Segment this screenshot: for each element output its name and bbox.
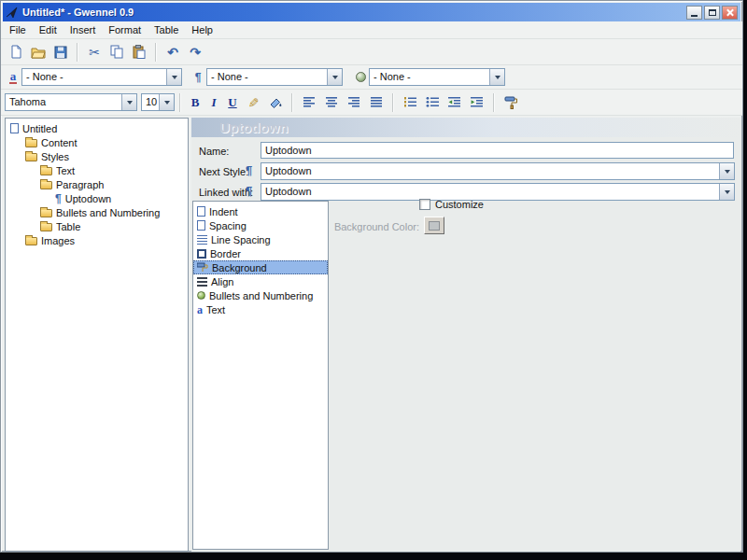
- font-family-combo[interactable]: Tahoma: [5, 93, 137, 111]
- fill-button[interactable]: [264, 91, 287, 114]
- category-line-spacing[interactable]: Line Spacing: [193, 232, 328, 246]
- list-style-combo[interactable]: - None -: [369, 68, 505, 86]
- minimize-icon: [691, 15, 698, 17]
- category-border[interactable]: Border: [193, 246, 328, 260]
- pen-button[interactable]: [242, 91, 264, 114]
- category-background[interactable]: Background: [193, 260, 328, 274]
- copy-button[interactable]: [106, 41, 128, 63]
- font-size-combo[interactable]: 10: [141, 93, 175, 111]
- color-swatch-fill: [429, 221, 440, 231]
- letter-a-icon: a: [9, 70, 18, 84]
- tree-item-content[interactable]: Content: [6, 135, 188, 149]
- background-color-swatch-button[interactable]: [424, 217, 444, 234]
- menu-edit[interactable]: Edit: [33, 22, 63, 37]
- combo-arrow-button[interactable]: [719, 163, 734, 179]
- spacing-icon: [197, 220, 205, 231]
- document-tree-panel: Untitled Content Styles Text Paragraph ¶…: [5, 118, 189, 552]
- align-left-icon: [303, 97, 316, 107]
- application-window: Untitled* - Gwennel 0.9 File Edit Insert…: [0, 0, 743, 553]
- close-button[interactable]: [722, 6, 738, 20]
- close-icon: [726, 8, 734, 17]
- increase-indent-button[interactable]: [466, 91, 488, 114]
- menu-insert[interactable]: Insert: [63, 22, 103, 37]
- paragraph-style-icon: ¶: [190, 66, 206, 89]
- format-painter-button[interactable]: [500, 91, 522, 114]
- list-style-icon: [352, 66, 369, 89]
- align-center-button[interactable]: [320, 91, 343, 114]
- menu-help[interactable]: Help: [185, 22, 219, 37]
- tree-item-images[interactable]: Images: [6, 233, 188, 247]
- style-editor-panel: Uptodown Name: Next Style: ¶ Uptodown Li…: [191, 118, 740, 552]
- format-painter-roller-icon: [504, 95, 518, 109]
- redo-button[interactable]: [184, 41, 206, 63]
- character-style-combo[interactable]: - None -: [21, 68, 182, 86]
- category-label: Border: [210, 248, 241, 259]
- combo-arrow-button[interactable]: [489, 69, 504, 85]
- content-area: Untitled Content Styles Text Paragraph ¶…: [1, 116, 742, 555]
- menu-table[interactable]: Table: [148, 22, 185, 37]
- pilcrow-icon: ¶: [246, 183, 252, 200]
- sphere-icon: [356, 72, 366, 82]
- menu-format[interactable]: Format: [102, 22, 148, 37]
- category-indent[interactable]: Indent: [193, 204, 328, 218]
- line-spacing-icon: [197, 235, 207, 245]
- combo-arrow-button[interactable]: [121, 94, 136, 110]
- italic-button[interactable]: I: [204, 91, 223, 114]
- category-label: Bullets and Numbering: [209, 290, 313, 301]
- paragraph-style-combo[interactable]: - None -: [206, 68, 343, 86]
- bold-button[interactable]: B: [186, 91, 204, 114]
- tree-item-table[interactable]: Table: [6, 219, 188, 233]
- undo-button[interactable]: [162, 41, 184, 63]
- tree-item-paragraph[interactable]: Paragraph: [6, 177, 188, 191]
- copy-icon: [110, 45, 123, 59]
- align-justify-button[interactable]: [365, 91, 388, 114]
- title-bar[interactable]: Untitled* - Gwennel 0.9: [3, 3, 740, 21]
- category-spacing[interactable]: Spacing: [193, 218, 328, 232]
- menu-file[interactable]: File: [3, 22, 33, 37]
- open-document-button[interactable]: [27, 41, 49, 63]
- save-floppy-icon: [54, 46, 67, 59]
- tree-item-untitled[interactable]: Untitled: [6, 121, 188, 135]
- category-bullets-and-numbering[interactable]: Bullets and Numbering: [193, 288, 328, 302]
- category-align[interactable]: Align: [193, 274, 328, 288]
- tree-item-uptodown[interactable]: ¶ Uptodown: [6, 191, 188, 205]
- name-input[interactable]: [261, 142, 734, 159]
- cut-button[interactable]: [83, 41, 106, 63]
- align-right-button[interactable]: [343, 91, 365, 114]
- new-document-button[interactable]: [5, 41, 27, 63]
- combo-arrow-button[interactable]: [327, 69, 342, 85]
- next-style-value: Uptodown: [261, 163, 719, 179]
- tree-item-label: Images: [41, 235, 75, 246]
- decrease-indent-button[interactable]: [444, 91, 466, 114]
- minimize-button[interactable]: [686, 6, 702, 20]
- tree-item-styles[interactable]: Styles: [6, 149, 188, 163]
- category-text[interactable]: Text: [193, 302, 328, 316]
- combo-arrow-button[interactable]: [159, 94, 174, 110]
- customize-label: Customize: [435, 199, 484, 210]
- combo-arrow-button[interactable]: [166, 69, 181, 85]
- linked-with-combo[interactable]: Uptodown: [261, 183, 735, 201]
- underline-button[interactable]: U: [223, 91, 242, 114]
- save-document-button[interactable]: [49, 41, 72, 63]
- font-family-value: Tahoma: [6, 94, 121, 110]
- category-label: Text: [206, 304, 225, 315]
- numbered-list-button[interactable]: [399, 91, 421, 114]
- tree-item-bullets-and-numbering[interactable]: Bullets and Numbering: [6, 205, 188, 219]
- paste-button[interactable]: [128, 41, 150, 63]
- bulleted-list-button[interactable]: [421, 91, 444, 114]
- folder-icon: [40, 209, 52, 217]
- document-icon: [10, 123, 19, 133]
- align-left-button[interactable]: [298, 91, 320, 114]
- category-label: Indent: [209, 206, 238, 217]
- combo-arrow-button[interactable]: [719, 184, 734, 200]
- next-style-combo[interactable]: Uptodown: [261, 162, 735, 180]
- folder-icon: [25, 153, 37, 161]
- maximize-button[interactable]: [704, 6, 720, 20]
- character-style-icon: a: [5, 66, 21, 89]
- paste-clipboard-icon: [133, 45, 146, 59]
- customize-checkbox[interactable]: [419, 199, 430, 210]
- tree-item-text[interactable]: Text: [6, 163, 188, 177]
- style-header-title: Uptodown: [191, 118, 740, 137]
- chevron-down-icon: [725, 170, 730, 174]
- tree-item-label: Content: [41, 137, 78, 148]
